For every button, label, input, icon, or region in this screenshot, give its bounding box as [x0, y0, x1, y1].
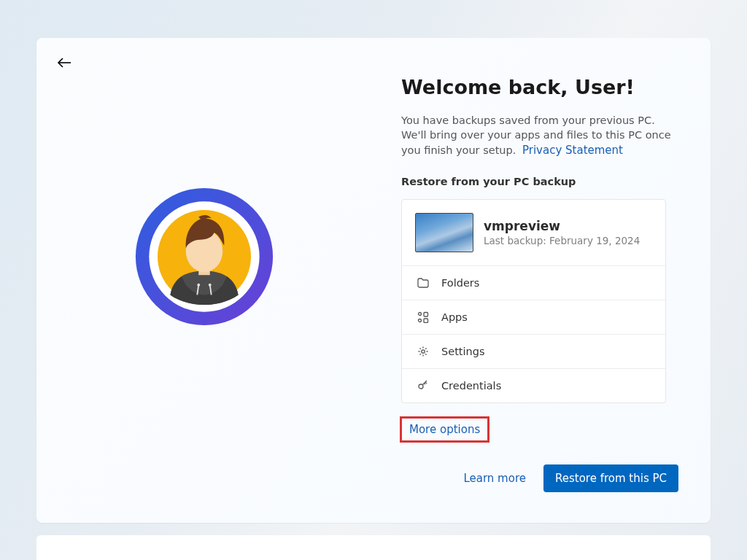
page-description: You have backups saved from your previou…: [401, 113, 678, 158]
illustration-pane: [36, 38, 372, 523]
restore-heading: Restore from your PC backup: [401, 176, 678, 187]
backup-row-label: Settings: [441, 346, 484, 357]
backup-row-apps[interactable]: Apps: [402, 300, 665, 334]
backup-row-credentials[interactable]: Credentials: [402, 368, 665, 402]
learn-more-link[interactable]: Learn more: [463, 472, 526, 485]
backup-row-settings[interactable]: Settings: [402, 334, 665, 368]
backup-row-folders[interactable]: Folders: [402, 265, 665, 300]
device-name: vmpreview: [484, 219, 640, 233]
footer-actions: Learn more Restore from this PC: [463, 464, 678, 492]
folder-icon: [417, 276, 430, 289]
apps-icon: [417, 311, 430, 324]
device-thumbnail: [415, 213, 473, 252]
privacy-statement-link[interactable]: Privacy Statement: [522, 144, 623, 157]
last-backup-date: Last backup: February 19, 2024: [484, 235, 640, 246]
gear-icon: [417, 345, 430, 358]
backup-row-label: Credentials: [441, 380, 501, 392]
more-options-link[interactable]: More options: [400, 416, 489, 443]
backup-card: vmpreview Last backup: February 19, 2024…: [401, 199, 666, 403]
user-avatar-illustration: [133, 186, 275, 327]
svg-point-9: [419, 312, 422, 315]
content-pane: Welcome back, User! You have backups sav…: [401, 76, 678, 443]
secondary-window-peek: [36, 535, 711, 560]
key-icon: [417, 379, 430, 392]
backup-row-label: Apps: [441, 311, 468, 323]
svg-rect-12: [424, 319, 428, 323]
page-title: Welcome back, User!: [401, 76, 678, 98]
svg-point-14: [419, 384, 423, 389]
svg-point-10: [419, 319, 422, 322]
svg-point-13: [422, 349, 425, 352]
backup-row-label: Folders: [441, 277, 479, 289]
backup-device-header[interactable]: vmpreview Last backup: February 19, 2024: [402, 200, 665, 265]
svg-rect-11: [424, 312, 428, 316]
restore-button[interactable]: Restore from this PC: [543, 464, 678, 492]
oobe-window: Welcome back, User! You have backups sav…: [36, 38, 711, 523]
